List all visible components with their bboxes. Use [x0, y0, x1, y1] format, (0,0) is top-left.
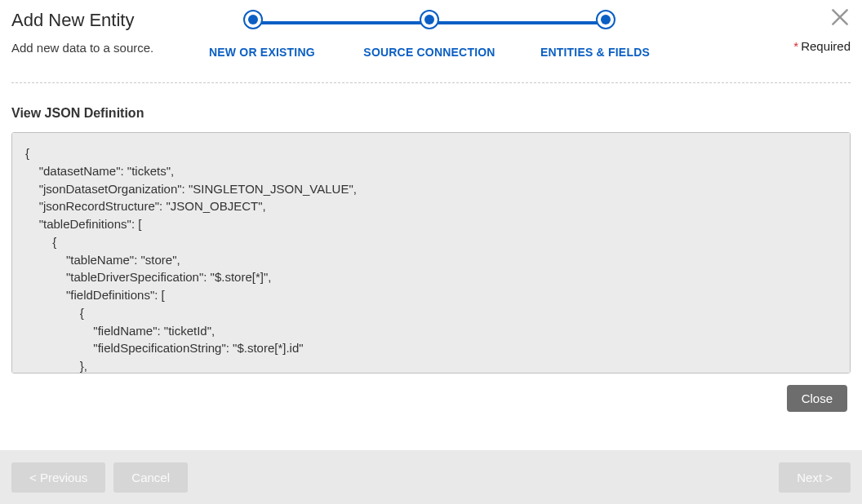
step-label-2[interactable]: SOURCE CONNECTION — [356, 46, 503, 59]
wizard-footer: < Previous Cancel Next > — [0, 450, 862, 504]
close-button[interactable]: Close — [787, 385, 847, 412]
cancel-button[interactable]: Cancel — [113, 462, 188, 493]
next-button[interactable]: Next > — [779, 462, 851, 493]
required-asterisk: * — [793, 39, 798, 53]
section-title: View JSON Definition — [11, 106, 851, 121]
step-label-1[interactable]: NEW OR EXISTING — [209, 46, 356, 59]
step-label-3[interactable]: ENTITIES & FIELDS — [503, 46, 650, 59]
step-node-2[interactable] — [420, 10, 439, 29]
divider — [11, 82, 851, 83]
previous-button[interactable]: < Previous — [11, 462, 105, 493]
step-node-1[interactable] — [243, 10, 263, 29]
wizard-stepper: NEW OR EXISTING SOURCE CONNECTION ENTITI… — [209, 10, 650, 59]
required-indicator: *Required — [793, 39, 851, 53]
required-label: Required — [801, 39, 851, 53]
close-icon[interactable] — [829, 7, 851, 28]
step-node-3[interactable] — [596, 10, 615, 29]
json-definition-box[interactable]: { "datasetName": "tickets", "jsonDataset… — [11, 132, 851, 374]
